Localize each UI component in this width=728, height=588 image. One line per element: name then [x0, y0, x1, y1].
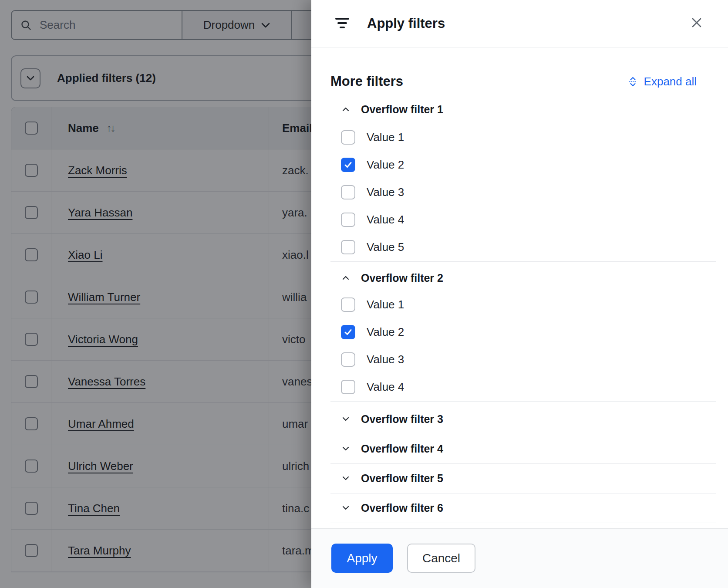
checkbox-checked[interactable]: [341, 325, 355, 339]
chevron-down-icon: [342, 476, 350, 481]
filter-group-label: Overflow filter 4: [361, 443, 443, 455]
divider: [330, 434, 716, 434]
chevron-up-icon: [342, 107, 350, 112]
filter-value-label: Value 4: [367, 213, 404, 226]
modal-backdrop[interactable]: [0, 0, 311, 588]
filter-value-row[interactable]: Value 3: [341, 179, 404, 206]
checkbox[interactable]: [341, 352, 355, 367]
section-title: More filters: [330, 74, 403, 89]
filter-group-header[interactable]: Overflow filter 3: [342, 409, 443, 429]
filter-value-row[interactable]: Value 3: [341, 346, 404, 373]
checkbox[interactable]: [341, 213, 355, 227]
panel-footer: Apply Cancel: [311, 528, 728, 588]
panel-title: Apply filters: [367, 16, 445, 31]
expand-all-label: Expand all: [644, 75, 697, 88]
filter-group-header[interactable]: Overflow filter 1: [342, 99, 443, 119]
section-header: More filters Expand all: [330, 69, 697, 94]
apply-filters-panel: Apply filters More filters Expand all: [311, 0, 728, 588]
filter-group-label: Overflow filter 5: [361, 472, 443, 485]
filter-value-label: Value 5: [367, 240, 404, 254]
expand-all-icon: [627, 76, 639, 88]
check-icon: [344, 328, 353, 337]
filter-group-label: Overflow filter 6: [361, 502, 443, 514]
filter-value-label: Value 2: [367, 158, 404, 172]
filter-value-label: Value 1: [367, 131, 404, 144]
checkbox[interactable]: [341, 380, 355, 394]
expand-all-button[interactable]: Expand all: [627, 75, 697, 88]
filter-value-label: Value 2: [367, 325, 404, 339]
filter-value-row[interactable]: Value 2: [341, 318, 404, 346]
filter-group-label: Overflow filter 2: [361, 272, 443, 284]
filter-group-header[interactable]: Overflow filter 2: [342, 268, 443, 288]
filter-value-label: Value 1: [367, 298, 404, 311]
checkbox[interactable]: [341, 185, 355, 199]
filter-value-row[interactable]: Value 4: [341, 206, 404, 233]
filter-value-row[interactable]: Value 5: [341, 233, 404, 261]
divider: [330, 523, 716, 523]
panel-header: Apply filters: [311, 0, 728, 47]
screen: Dropdown Applied filters (12) N: [0, 0, 728, 588]
close-icon: [691, 17, 703, 29]
chevron-down-icon: [342, 446, 350, 451]
divider: [330, 493, 716, 493]
divider: [330, 463, 716, 464]
check-icon: [344, 160, 353, 169]
divider: [330, 401, 716, 402]
divider: [330, 261, 716, 262]
cancel-button[interactable]: Cancel: [407, 544, 475, 573]
filter-value-row[interactable]: Value 2: [341, 151, 404, 179]
apply-button[interactable]: Apply: [331, 544, 393, 573]
filter-icon: [335, 17, 349, 30]
chevron-down-icon: [342, 505, 350, 510]
chevron-down-icon: [342, 416, 350, 422]
filter-value-label: Value 4: [367, 380, 404, 394]
filter-value-row[interactable]: Value 1: [341, 291, 404, 318]
close-button[interactable]: [688, 14, 705, 31]
filter-value-row[interactable]: Value 1: [341, 124, 404, 151]
filter-group-label: Overflow filter 3: [361, 413, 443, 426]
filter-value-label: Value 3: [367, 353, 404, 366]
filter-group-header[interactable]: Overflow filter 6: [342, 498, 443, 518]
chevron-up-icon: [342, 275, 350, 280]
filter-group-header[interactable]: Overflow filter 5: [342, 468, 443, 488]
checkbox[interactable]: [341, 240, 355, 254]
filter-group-header[interactable]: Overflow filter 4: [342, 439, 443, 459]
filter-group-label: Overflow filter 1: [361, 103, 443, 116]
filter-value-row[interactable]: Value 4: [341, 373, 404, 401]
filter-value-label: Value 3: [367, 186, 404, 199]
checkbox[interactable]: [341, 297, 355, 312]
checkbox-checked[interactable]: [341, 158, 355, 172]
checkbox[interactable]: [341, 130, 355, 145]
